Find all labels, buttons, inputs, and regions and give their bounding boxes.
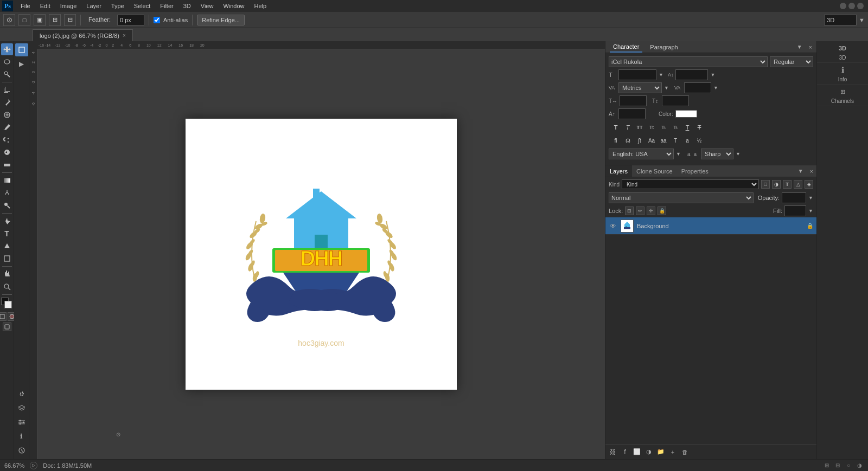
discretionary-btn[interactable]: Aa (647, 136, 656, 145)
tab-paragraph[interactable]: Paragraph (647, 41, 681, 53)
kerning-select[interactable]: Metrics (618, 82, 662, 93)
filter-adj-btn[interactable]: ◑ (772, 180, 781, 189)
menu-image[interactable]: Image (56, 2, 81, 10)
menu-window[interactable]: Window (219, 2, 248, 10)
font-size-input[interactable]: 560.54 pt (618, 69, 656, 80)
lasso-intersect-btn[interactable]: ⊞ (49, 14, 61, 26)
lock-all-btn[interactable]: 🔒 (658, 207, 666, 215)
lang-down-arrow[interactable]: ▼ (676, 151, 681, 157)
menu-3d[interactable]: 3D (179, 2, 195, 10)
menu-select[interactable]: Select (130, 2, 155, 10)
lasso-tool-btn[interactable]: ⊙ (3, 14, 15, 26)
crop-tool[interactable] (1, 84, 13, 96)
close-btn[interactable] (857, 3, 864, 9)
lasso-add-btn[interactable]: □ (18, 14, 30, 26)
scale-v-input[interactable]: 100% (662, 95, 689, 106)
panel-options-btn[interactable]: ▼ (797, 44, 802, 50)
strikethrough-btn[interactable]: T (694, 122, 704, 132)
opacity-arrow[interactable]: ▼ (808, 195, 813, 201)
filter-smart-btn[interactable]: ◈ (805, 180, 813, 189)
delete-layer-btn[interactable]: 🗑 (679, 447, 690, 457)
filter-shape-btn[interactable]: △ (794, 180, 802, 189)
play-btn[interactable]: ▶ (15, 57, 28, 70)
ligature-btn[interactable]: fi (611, 136, 621, 145)
settings-icon[interactable] (15, 388, 28, 401)
layer-mask-btn[interactable]: ⬜ (631, 447, 642, 457)
anti-alias-checkbox[interactable] (154, 17, 160, 23)
layers-panel-options[interactable]: ▼ (795, 165, 807, 177)
menu-help[interactable]: Help (250, 2, 271, 10)
dodge-tool[interactable] (1, 199, 13, 211)
menu-type[interactable]: Type (107, 2, 129, 10)
tab-properties[interactable]: Properties (677, 165, 713, 177)
menu-edit[interactable]: Edit (36, 2, 55, 10)
tab-layers[interactable]: Layers (605, 165, 632, 177)
clone-stamp-tool[interactable] (1, 134, 13, 146)
hand-tool[interactable] (1, 268, 13, 280)
eraser-tool[interactable] (1, 159, 13, 171)
fill-input[interactable]: 100% (784, 205, 806, 216)
move-tool[interactable] (1, 43, 13, 55)
history-icon[interactable] (15, 444, 28, 457)
smallcaps-btn[interactable]: Tt (647, 122, 656, 132)
subscript-btn[interactable]: Tt (671, 122, 680, 132)
fractions-btn[interactable]: ½ (694, 136, 704, 145)
status-icon-2[interactable]: ⊟ (833, 461, 842, 470)
allcaps-btn[interactable]: TT (635, 122, 644, 132)
side-panel-channels[interactable]: ⊞ Channels (817, 85, 868, 106)
tab-close-btn[interactable]: × (123, 33, 126, 38)
lock-position-btn[interactable]: ✛ (647, 207, 655, 215)
leading-input[interactable]: 12.66 pt (675, 69, 708, 80)
scale-h-input[interactable]: 100% (620, 95, 647, 106)
lasso-exclude-btn[interactable]: ⊟ (64, 14, 76, 26)
side-panel-info[interactable]: ℹ Info (817, 63, 868, 85)
layers-panel-close[interactable]: × (807, 165, 816, 177)
minimize-btn[interactable] (840, 3, 846, 9)
titling-btn[interactable]: T (671, 136, 680, 145)
mode-dropdown-icon[interactable]: ▼ (859, 17, 865, 23)
anti-alias-select[interactable]: Sharp (701, 149, 733, 159)
layer-styles-btn[interactable]: f (620, 447, 630, 457)
refine-edge-button[interactable]: Refine Edge... (197, 15, 245, 25)
eyedropper-tool[interactable] (1, 96, 13, 108)
font-style-select[interactable]: Regular (770, 56, 813, 67)
tab-character[interactable]: Character (610, 41, 642, 53)
filter-pixel-btn[interactable]: □ (761, 180, 770, 189)
layers-icon-mid[interactable] (15, 402, 28, 415)
anti-alias-down-arrow[interactable]: ▼ (736, 151, 741, 157)
tracking-down-arrow[interactable]: ▼ (713, 85, 718, 91)
adjustment-layer-btn[interactable]: ◑ (643, 447, 654, 457)
italic-btn[interactable]: T (623, 122, 633, 132)
lasso-subtract-btn[interactable]: ▣ (34, 14, 46, 26)
adjust-icon[interactable] (15, 416, 28, 429)
size-down-arrow[interactable]: ▼ (659, 72, 663, 78)
layer-background[interactable]: 👁 Background 🔒 (605, 217, 816, 235)
status-icon-4[interactable]: ◑ (855, 461, 864, 470)
standard-mode-btn[interactable] (0, 312, 7, 321)
zoom-tool[interactable] (1, 281, 13, 293)
status-icon-3[interactable]: ○ (844, 461, 853, 470)
lock-image-btn[interactable]: ✏ (636, 207, 644, 215)
fill-arrow[interactable]: ▼ (808, 208, 813, 214)
bold-btn[interactable]: T (611, 122, 621, 132)
mode-input[interactable] (824, 15, 857, 25)
ordinal-btn[interactable]: ☊ (623, 136, 633, 145)
panel-close-btn[interactable]: × (809, 44, 812, 50)
history-brush-tool[interactable] (1, 146, 13, 158)
baseline-input[interactable]: -52 pt (618, 108, 646, 119)
leading-down-arrow[interactable]: ▼ (710, 72, 715, 78)
document-tab[interactable]: logo (2).jpg @ 66.7% (RGB/8) × (33, 29, 133, 41)
superscript-btn[interactable]: Tt (659, 122, 668, 132)
quick-select-tool[interactable] (1, 68, 13, 80)
group-layers-btn[interactable]: 📁 (655, 447, 666, 457)
color-swatches[interactable] (1, 298, 13, 309)
new-layer-btn[interactable]: + (667, 447, 678, 457)
opacity-input[interactable]: 100% (782, 192, 806, 203)
filter-type-btn[interactable]: T (783, 180, 792, 189)
kind-select[interactable]: Kind (622, 179, 759, 189)
swash-btn[interactable]: ʃt (635, 136, 644, 145)
path-select-tool[interactable] (1, 240, 13, 252)
underline-btn[interactable]: T (682, 122, 692, 132)
pen-tool[interactable] (1, 215, 13, 227)
tracking-input[interactable]: 0 (684, 82, 711, 93)
